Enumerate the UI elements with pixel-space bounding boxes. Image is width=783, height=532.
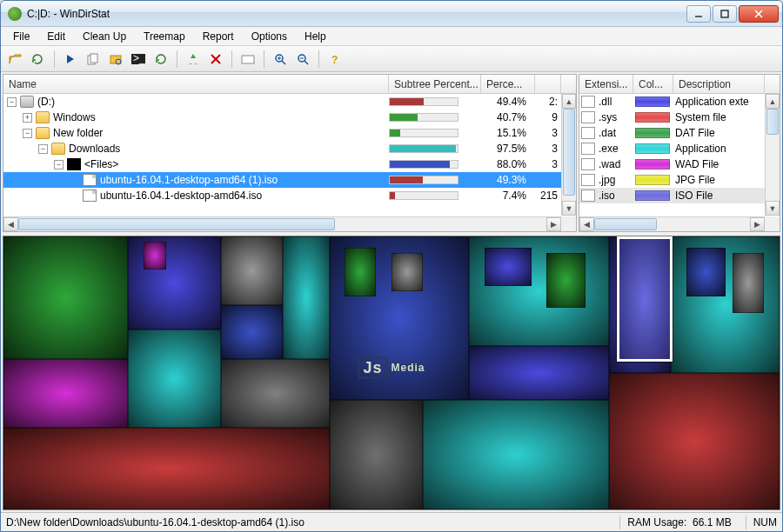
col-size[interactable]: [535, 75, 561, 93]
scroll-left-icon[interactable]: ◀: [3, 217, 18, 231]
treemap-block[interactable]: [3, 236, 128, 359]
treemap-block[interactable]: [392, 253, 423, 291]
scroll-down-icon[interactable]: ▼: [766, 201, 780, 216]
filetype-icon: [581, 96, 595, 108]
extension-value: .iso: [599, 190, 635, 202]
play-icon[interactable]: [61, 50, 80, 69]
tree-vthumb[interactable]: [563, 109, 575, 196]
col-name[interactable]: Name: [3, 75, 389, 93]
col-description[interactable]: Description: [673, 75, 765, 93]
treemap-block[interactable]: [733, 253, 764, 313]
menu-options[interactable]: Options: [243, 29, 296, 44]
scroll-up-icon[interactable]: ▲: [562, 94, 576, 109]
tree-hthumb[interactable]: [18, 218, 335, 230]
help-icon[interactable]: ?: [325, 50, 345, 69]
ext-vthumb[interactable]: [766, 109, 779, 135]
refresh-icon[interactable]: [151, 50, 171, 69]
color-swatch: [635, 143, 670, 154]
window-title: C:|D: - WinDirStat: [27, 8, 686, 20]
tree-toggle[interactable]: −: [7, 97, 17, 107]
treemap-selection[interactable]: [617, 236, 673, 362]
minimize-button[interactable]: [686, 5, 711, 23]
filetype-icon: [581, 111, 595, 123]
col-extension[interactable]: Extensi...: [579, 75, 633, 93]
treemap-pane[interactable]: Js Media: [3, 236, 780, 510]
extension-row[interactable]: .exeApplication: [579, 141, 780, 156]
menu-file[interactable]: File: [4, 29, 38, 44]
ext-hthumb[interactable]: [594, 218, 657, 230]
tree-vscroll[interactable]: ▲▼: [561, 94, 576, 216]
menu-treemap[interactable]: Treemap: [135, 29, 194, 44]
tree-row[interactable]: −Downloads97.5%3: [3, 141, 576, 156]
extension-row[interactable]: .isoISO File: [579, 188, 780, 203]
tree-toggle[interactable]: +: [23, 113, 32, 123]
extension-row[interactable]: .sysSystem file: [579, 110, 780, 125]
show-folder-icon[interactable]: [238, 50, 258, 69]
menu-cleanup[interactable]: Clean Up: [74, 29, 135, 44]
treemap-block[interactable]: [345, 248, 376, 297]
col-subtree[interactable]: Subtree Percent...: [389, 75, 481, 93]
scroll-left-icon[interactable]: ◀: [579, 217, 594, 231]
treemap-block[interactable]: [221, 236, 283, 305]
tree-row[interactable]: −New folder15.1%3: [3, 125, 576, 141]
treemap-block[interactable]: [3, 359, 128, 428]
menu-report[interactable]: Report: [194, 29, 243, 44]
close-button[interactable]: [739, 5, 779, 23]
treemap-block[interactable]: [221, 305, 283, 360]
tree-toggle[interactable]: −: [38, 144, 48, 154]
tree-hscroll[interactable]: ◀▶: [3, 216, 561, 231]
treemap-block[interactable]: [221, 359, 330, 428]
tree-toggle[interactable]: −: [54, 160, 64, 170]
tree-row[interactable]: ubuntu-16.04.1-desktop-amd64 (1).iso49.3…: [3, 172, 576, 188]
tree-toggle[interactable]: −: [23, 129, 32, 138]
extension-row[interactable]: .dllApplication exte: [579, 94, 780, 110]
recycle-icon[interactable]: [184, 50, 203, 69]
menu-help[interactable]: Help: [296, 29, 335, 44]
treemap-block[interactable]: [686, 248, 726, 297]
treemap-block[interactable]: [283, 236, 330, 359]
zoom-out-icon[interactable]: [293, 50, 312, 69]
tree-body[interactable]: −(D:)49.4%2:+Windows40.7%9−New folder15.…: [3, 94, 576, 231]
percent-value: 15.1%: [481, 127, 535, 139]
treemap-block[interactable]: [128, 236, 221, 329]
extension-row[interactable]: .wadWAD File: [579, 156, 780, 172]
treemap-block[interactable]: [423, 400, 609, 509]
col-percent[interactable]: Perce...: [481, 75, 535, 93]
col-color[interactable]: Col...: [633, 75, 673, 93]
copy-icon[interactable]: [84, 50, 103, 69]
extension-description: DAT File: [675, 127, 778, 139]
ext-vscroll[interactable]: ▲▼: [765, 94, 780, 216]
treemap-block[interactable]: [3, 428, 330, 509]
ext-hscroll[interactable]: ◀▶: [579, 216, 765, 231]
treemap-block[interactable]: [469, 346, 609, 401]
ext-body[interactable]: .dllApplication exte.sysSystem file.datD…: [579, 94, 780, 231]
refresh-drives-icon[interactable]: [29, 50, 48, 69]
size-value: 2:: [535, 96, 561, 108]
tree-row[interactable]: ubuntu-16.04.1-desktop-amd64.iso7.4%215: [3, 188, 576, 203]
scroll-right-icon[interactable]: ▶: [546, 217, 561, 231]
menu-edit[interactable]: Edit: [38, 29, 74, 44]
treemap-block[interactable]: [330, 400, 423, 509]
delete-icon[interactable]: [206, 50, 225, 69]
treemap-block[interactable]: [128, 329, 221, 428]
zoom-in-icon[interactable]: [271, 50, 290, 69]
treemap-block[interactable]: [144, 242, 167, 269]
open-icon[interactable]: [6, 50, 25, 69]
extension-row[interactable]: .datDAT File: [579, 125, 780, 141]
cmd-icon[interactable]: >_: [129, 50, 148, 69]
scroll-right-icon[interactable]: ▶: [750, 217, 765, 231]
treemap-block[interactable]: [485, 248, 532, 286]
explorer-icon[interactable]: [106, 50, 125, 69]
extension-description: Application exte: [675, 96, 778, 108]
scroll-down-icon[interactable]: ▼: [562, 201, 576, 216]
tree-row[interactable]: +Windows40.7%9: [3, 110, 576, 125]
treemap-block[interactable]: [609, 373, 780, 509]
tree-row[interactable]: −(D:)49.4%2:: [3, 94, 576, 110]
scroll-up-icon[interactable]: ▲: [766, 94, 780, 109]
maximize-button[interactable]: [713, 5, 737, 23]
treemap-block[interactable]: [546, 253, 586, 308]
subtree-bar: [389, 144, 481, 153]
extension-row[interactable]: .jpgJPG File: [579, 172, 780, 188]
tree-row[interactable]: −<Files>88.0%3: [3, 156, 576, 172]
titlebar[interactable]: C:|D: - WinDirStat: [1, 1, 782, 27]
